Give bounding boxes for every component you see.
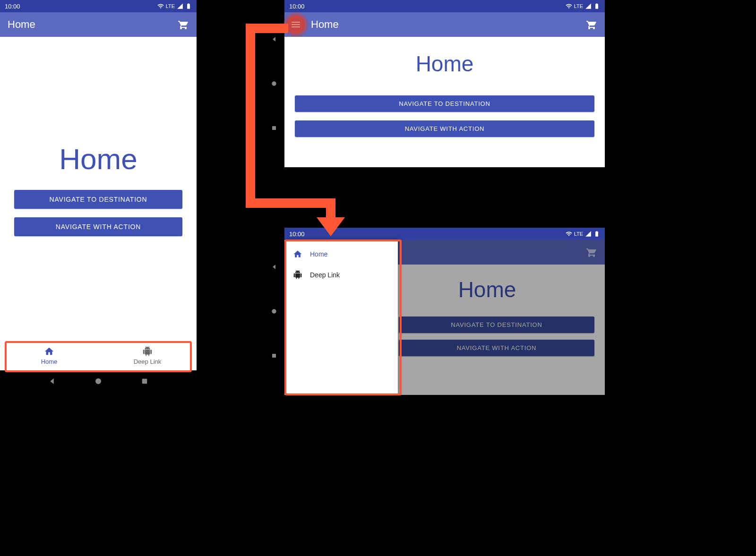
hamburger-icon bbox=[292, 24, 300, 25]
drawer-item-home[interactable]: Home bbox=[284, 244, 398, 265]
app-bar-title: Home bbox=[8, 18, 35, 31]
app-bar-title: Home bbox=[311, 18, 339, 31]
app-bar: Home bbox=[284, 12, 605, 37]
bottom-nav-deeplink[interactable]: Deep Link bbox=[98, 341, 197, 370]
navigate-action-button[interactable]: NAVIGATE WITH ACTION bbox=[399, 340, 594, 356]
drawer-item-deeplink[interactable]: Deep Link bbox=[284, 265, 398, 285]
home-system-icon[interactable] bbox=[271, 308, 277, 315]
svg-rect-1 bbox=[142, 379, 147, 384]
page-title: Home bbox=[14, 142, 182, 176]
back-icon[interactable] bbox=[271, 36, 277, 43]
status-bar: 10:00 LTE bbox=[0, 0, 197, 12]
signal-icon bbox=[177, 3, 183, 9]
page-content: Home NAVIGATE TO DESTINATION NAVIGATE WI… bbox=[0, 37, 197, 341]
bottom-nav-home-label: Home bbox=[41, 358, 58, 365]
recent-icon[interactable] bbox=[271, 125, 277, 131]
cart-icon[interactable] bbox=[586, 247, 597, 258]
tablet-landscape-screen: 10:00 LTE Home Home NAVIGATE TO DESTINAT… bbox=[264, 0, 605, 167]
home-system-icon[interactable] bbox=[94, 377, 103, 385]
wifi-icon bbox=[566, 3, 572, 9]
svg-rect-3 bbox=[272, 126, 276, 130]
system-nav-rail bbox=[264, 0, 284, 167]
battery-icon bbox=[593, 231, 600, 237]
android-icon bbox=[293, 270, 302, 280]
status-network: LTE bbox=[574, 3, 583, 9]
page-content: Home NAVIGATE TO DESTINATION NAVIGATE WI… bbox=[284, 37, 605, 167]
recent-icon[interactable] bbox=[140, 377, 149, 385]
back-icon[interactable] bbox=[271, 264, 277, 270]
phone-portrait-screen: 10:00 LTE Home Home NAVIGATE TO DESTINAT… bbox=[0, 0, 197, 392]
navigate-action-button[interactable]: NAVIGATE WITH ACTION bbox=[14, 217, 182, 236]
status-icons: LTE bbox=[157, 3, 192, 9]
system-nav-rail bbox=[264, 228, 284, 395]
svg-point-2 bbox=[272, 81, 276, 86]
svg-point-4 bbox=[272, 309, 276, 313]
home-system-icon[interactable] bbox=[271, 80, 277, 87]
bottom-navigation: Home Deep Link bbox=[0, 341, 197, 370]
status-icons: LTE bbox=[566, 231, 600, 237]
home-icon bbox=[44, 346, 54, 357]
navigate-destination-button[interactable]: NAVIGATE TO DESTINATION bbox=[295, 95, 594, 112]
navigate-destination-button[interactable]: NAVIGATE TO DESTINATION bbox=[399, 316, 594, 333]
app-bar: Home bbox=[0, 12, 197, 37]
status-bar: 10:00 LTE bbox=[284, 228, 605, 240]
cart-icon[interactable] bbox=[178, 19, 189, 30]
back-icon[interactable] bbox=[48, 377, 56, 385]
recent-icon[interactable] bbox=[271, 352, 277, 359]
bottom-nav-deeplink-label: Deep Link bbox=[134, 358, 162, 365]
drawer-item-deeplink-label: Deep Link bbox=[310, 271, 340, 279]
system-nav-bar bbox=[0, 370, 197, 392]
navigate-destination-button[interactable]: NAVIGATE TO DESTINATION bbox=[14, 190, 182, 209]
signal-icon bbox=[585, 231, 592, 237]
bottom-nav-home[interactable]: Home bbox=[0, 341, 98, 370]
android-icon bbox=[142, 346, 153, 357]
battery-icon bbox=[185, 3, 192, 9]
status-network: LTE bbox=[166, 3, 175, 9]
status-network: LTE bbox=[574, 231, 583, 237]
status-time: 10:00 bbox=[289, 231, 305, 238]
drawer-toggle-button[interactable] bbox=[286, 15, 305, 34]
svg-point-0 bbox=[95, 378, 101, 384]
status-bar: 10:00 LTE bbox=[284, 0, 605, 12]
navigate-action-button[interactable]: NAVIGATE WITH ACTION bbox=[295, 120, 594, 137]
tablet-landscape-drawer-open-screen: 10:00 LTE Home Home NAVIGATE TO DESTINAT… bbox=[264, 228, 605, 395]
status-time: 10:00 bbox=[289, 3, 305, 10]
wifi-icon bbox=[157, 3, 164, 9]
cart-icon[interactable] bbox=[586, 19, 597, 30]
home-icon bbox=[293, 249, 302, 259]
svg-rect-5 bbox=[272, 354, 276, 358]
navigation-drawer: Home Deep Link bbox=[284, 240, 398, 395]
status-icons: LTE bbox=[566, 3, 600, 9]
page-title: Home bbox=[295, 51, 594, 77]
wifi-icon bbox=[566, 231, 572, 237]
battery-icon bbox=[593, 3, 600, 9]
status-time: 10:00 bbox=[5, 3, 20, 10]
drawer-item-home-label: Home bbox=[310, 250, 327, 258]
signal-icon bbox=[585, 3, 592, 9]
